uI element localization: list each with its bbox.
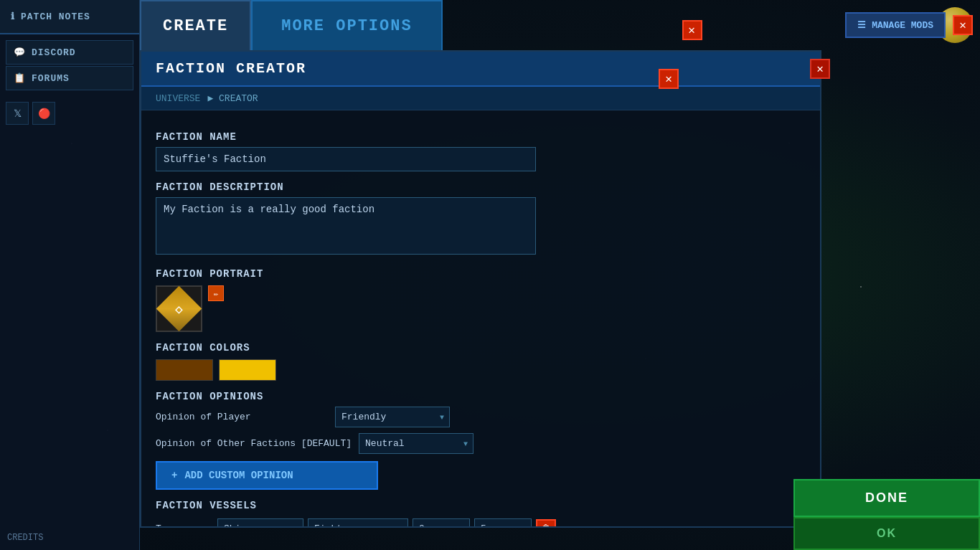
panel-second-close-button[interactable]: ✕ [659, 69, 679, 89]
portrait-box[interactable]: ◇ [156, 285, 202, 332]
forums-label: FORUMS [32, 73, 70, 84]
manage-mods-label: MANAGE MODS [872, 20, 933, 31]
more-options-close-button[interactable]: ✕ [682, 20, 702, 40]
mods-icon: ☰ [857, 19, 866, 31]
color-swatch-1[interactable] [156, 359, 213, 381]
panel-header: FACTION CREATOR [141, 52, 820, 87]
faction-name-input[interactable] [156, 147, 536, 171]
sidebar-social: 𝕏 🔴 [0, 96, 139, 131]
sidebar-top: ℹ PATCH NOTES [0, 0, 139, 34]
sidebar-item-forums[interactable]: 📋 FORUMS [6, 66, 133, 90]
opinion-other-select-wrapper: Friendly Neutral Hostile Allied [359, 433, 473, 454]
top-right: ☰ MANAGE MODS ✕ [845, 12, 980, 38]
more-options-tab-label: MORE OPTIONS [281, 17, 412, 35]
faction-creator-panel: ✕ FACTION CREATOR UNIVERSE ▶ Creator Fac… [140, 50, 821, 528]
portrait-diamond: ◇ [156, 286, 202, 332]
vessel-num1-select[interactable]: 0 1 2 5 [413, 518, 470, 526]
portrait-edit-button[interactable]: ✏ [208, 285, 224, 301]
add-custom-opinion-label: Add Custom Opinion [184, 470, 293, 481]
patch-notes-label: PATCH NOTES [21, 11, 90, 22]
credits-label: CREDITS [7, 533, 43, 543]
vessel-num2-select-wrapper: 1 5 10 [474, 518, 532, 526]
faction-vessels-label: Faction Vessels [156, 500, 806, 511]
add-custom-opinion-button[interactable]: + Add Custom Opinion [156, 461, 378, 490]
vessel-name: Tower [156, 523, 213, 526]
sidebar-item-discord[interactable]: 💬 DISCORD [6, 40, 133, 65]
plus-icon: + [171, 470, 177, 481]
patch-notes-button[interactable]: ℹ PATCH NOTES [7, 7, 132, 26]
opinion-other-label: Opinion of Other Factions [DEFAULT] [156, 438, 352, 449]
create-tab-label: CREATE [163, 17, 228, 35]
vessel-num1-select-wrapper: 0 1 2 5 [413, 518, 470, 526]
forums-icon: 📋 [14, 72, 26, 84]
vessel-class-select-wrapper: Fighter Freighter Cruiser Battleship [308, 518, 408, 526]
sidebar-nav: 💬 DISCORD 📋 FORUMS [0, 34, 139, 96]
panel-subtitle: UNIVERSE ▶ Creator [141, 87, 820, 110]
top-close-button[interactable]: ✕ [953, 15, 973, 35]
manage-mods-button[interactable]: ☰ MANAGE MODS [845, 12, 946, 38]
panel-title: FACTION CREATOR [156, 60, 306, 77]
credits-button[interactable]: CREDITS [7, 533, 132, 543]
portrait-symbol: ◇ [175, 301, 183, 317]
opinion-player-row: Opinion of Player Friendly Neutral Hosti… [156, 407, 806, 427]
subtitle-text: UNIVERSE [156, 93, 200, 104]
vessel-type-select-wrapper: Ship Station Drone [217, 518, 303, 526]
vessel-class-select[interactable]: Fighter Freighter Cruiser Battleship [308, 518, 408, 526]
opinion-other-row: Opinion of Other Factions [DEFAULT] Frie… [156, 433, 806, 454]
faction-opinions-label: Faction Opinions [156, 391, 806, 402]
faction-colors-label: Faction Colors [156, 342, 806, 354]
faction-name-label: Faction Name [156, 131, 806, 143]
discord-icon: 💬 [14, 47, 26, 58]
portrait-container: ◇ ✏ [156, 285, 806, 332]
faction-description-label: Faction Description [156, 181, 806, 193]
opinion-player-select-wrapper: Friendly Neutral Hostile Allied [335, 407, 450, 427]
vessel-row: Tower Ship Station Drone Fighter Freight… [156, 518, 806, 526]
more-options-tab[interactable]: MORE OPTIONS ✕ [251, 0, 442, 50]
faction-creator-close-button[interactable]: ✕ [810, 59, 830, 79]
colors-row [156, 359, 806, 381]
vessel-delete-button[interactable]: 🗑 [536, 519, 556, 527]
sidebar-bottom: CREDITS [0, 526, 139, 550]
faction-portrait-label: Faction Portrait [156, 268, 806, 280]
reddit-button[interactable]: 🔴 [32, 102, 55, 125]
info-icon: ℹ [11, 11, 15, 22]
panel-body: Faction Name Faction Description My Fact… [141, 110, 820, 526]
opinion-player-select[interactable]: Friendly Neutral Hostile Allied [335, 407, 450, 427]
sidebar: ℹ PATCH NOTES 💬 DISCORD 📋 FORUMS 𝕏 🔴 CRE… [0, 0, 140, 550]
create-tab[interactable]: CREATE [140, 0, 251, 50]
color-swatch-2[interactable] [219, 359, 276, 381]
twitter-icon: 𝕏 [14, 108, 22, 120]
reddit-icon: 🔴 [38, 108, 50, 120]
main-area: ✕ ✕ FACTION CREATOR UNIVERSE ▶ Creator F… [140, 50, 980, 550]
opinion-player-label: Opinion of Player [156, 412, 328, 422]
discord-label: DISCORD [32, 47, 76, 58]
top-bar: CREATE MORE OPTIONS ✕ ☰ MANAGE MODS ✕ [140, 0, 980, 50]
done-button[interactable]: DONE [793, 479, 980, 517]
vessel-type-select[interactable]: Ship Station Drone [217, 518, 303, 526]
ok-button[interactable]: OK [793, 517, 980, 550]
opinion-other-select[interactable]: Friendly Neutral Hostile Allied [359, 433, 473, 454]
vessel-num2-select[interactable]: 1 5 10 [474, 518, 532, 526]
bottom-buttons: DONE OK [793, 479, 980, 550]
twitter-button[interactable]: 𝕏 [6, 102, 29, 125]
faction-description-input[interactable]: My Faction is a really good faction [156, 197, 536, 255]
